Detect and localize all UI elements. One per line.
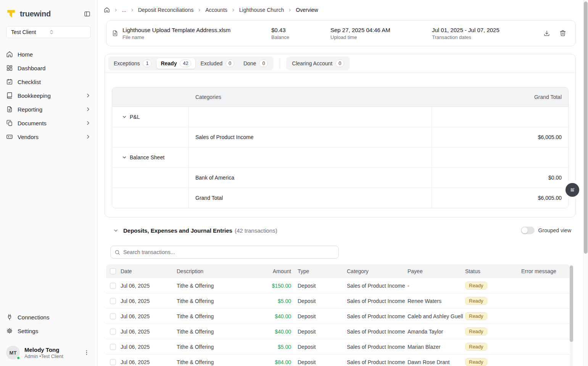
tx-date: Jul 06, 2025 [121,298,177,304]
download-button[interactable] [543,29,551,37]
upload-time-value: Sep 27, 2025 04:46 AM [330,27,390,33]
search-icon [114,249,120,255]
sidebar-item-home[interactable]: Home [3,47,94,61]
tx-date: Jul 06, 2025 [121,329,177,335]
column-amount: Amount [266,268,291,274]
chevron-down-icon[interactable] [113,228,119,233]
tx-type: Deposit [291,313,347,319]
tab-done[interactable]: Done 0 [239,58,272,69]
tx-payee: Marian Blazer [408,344,465,350]
grouped-view-label: Grouped view [538,227,571,233]
sidebar-item-documents[interactable]: Documents [3,116,94,130]
file-info-card: Lighthouse Upload Template Address.xlsm … [106,20,576,46]
sidebar-item-vendors[interactable]: Vendors [3,130,94,144]
breadcrumb-accounts[interactable]: Accounts [205,7,227,13]
sidebar-item-settings[interactable]: Settings [3,324,94,338]
column-description: Description [177,268,266,274]
sidebar-item-label: Reporting [18,106,85,113]
tab-divider [280,58,280,69]
balance-value: $0.43 [271,27,289,33]
transaction-row[interactable]: Jul 06, 2025 Tithe & Offering $5.00 Depo… [106,339,570,355]
tx-description: Tithe & Offering [177,313,266,319]
sidebar-item-label: Vendors [18,134,85,140]
floating-filter-button[interactable] [565,183,579,197]
status-badge: Ready [465,327,487,335]
sidebar-item-label: Documents [18,120,85,126]
user-profile[interactable]: MT Melody Tong Admin •Test Client [3,343,94,362]
home-breadcrumb-icon[interactable] [104,7,110,13]
column-status: Status [465,268,521,274]
filter-lines-icon [569,186,576,194]
status-badge: Ready [465,312,487,320]
chevron-right-icon [85,134,91,140]
transaction-row[interactable]: Jul 06, 2025 Tithe & Offering $150.00 De… [106,278,570,293]
panel-left-icon [84,11,90,17]
table-scrollbar-thumb[interactable] [570,266,573,342]
group-toggle-balance-sheet[interactable]: Balance Sheet [112,147,189,167]
dashboard-grid-icon [6,65,13,71]
summary-amount: $0.00 [432,175,568,181]
row-checkbox[interactable] [110,313,116,319]
page-scrollbar-thumb[interactable] [584,2,588,254]
breadcrumb: ... Deposit Reconciliations Accounts Lig… [104,6,318,14]
upload-time-block: Sep 27, 2025 04:46 AM Upload time [330,27,390,40]
transaction-row[interactable]: Jul 06, 2025 Tithe & Offering $84.00 Dep… [106,355,570,366]
breadcrumb-deposit-reconciliations[interactable]: Deposit Reconciliations [138,7,194,13]
row-checkbox[interactable] [110,359,116,365]
summary-category: Sales of Product Income [189,127,432,147]
tx-type: Deposit [291,298,347,304]
client-selector[interactable]: Test Client [6,26,91,38]
tab-excluded[interactable]: Excluded 0 [196,58,238,69]
column-payee: Payee [408,268,465,274]
transaction-row[interactable]: Jul 06, 2025 Tithe & Offering $40.00 Dep… [106,309,570,324]
sidebar-item-checklist[interactable]: Checklist [3,75,94,89]
row-checkbox[interactable] [110,298,116,304]
status-tab-group: Exceptions 1 Ready 42 Excluded 0 Done 0 [108,57,274,70]
sidebar-item-dashboard[interactable]: Dashboard [3,61,94,75]
banknote-icon [6,133,13,140]
section-transaction-count: (42 transactions) [235,227,521,234]
sidebar-collapse-button[interactable] [83,10,91,18]
group-toggle-pl[interactable]: P&L [112,107,189,127]
file-name-label: File name [122,34,230,40]
search-input[interactable] [123,249,335,255]
user-menu-button[interactable] [82,348,91,357]
row-checkbox[interactable] [110,329,116,335]
breadcrumb-lighthouse-church[interactable]: Lighthouse Church [239,7,284,13]
summary-grand-total-row: Grand Total $6,005.00 [112,188,568,208]
row-checkbox[interactable] [110,283,116,289]
balance-label: Balance [271,34,289,40]
plug-icon [6,314,13,321]
transaction-dates-block: Jul 01, 2025 - Jul 07, 2025 Transaction … [432,27,499,40]
tx-category: Sales of Product Income [347,298,408,304]
sidebar-item-reporting[interactable]: Reporting [3,102,94,116]
summary-table-header: Categories Grand Total [112,87,568,107]
tab-exceptions[interactable]: Exceptions 1 [110,58,156,69]
online-status-dot [16,356,20,360]
select-all-checkbox[interactable] [110,268,116,274]
breadcrumb-ellipsis[interactable]: ... [122,7,126,13]
row-checkbox[interactable] [110,344,116,350]
tx-date: Jul 06, 2025 [121,359,177,365]
delete-button[interactable] [559,29,567,37]
tab-label: Excluded [200,60,222,66]
tab-count-badge: 0 [226,60,234,67]
toggle-knob [522,227,528,233]
tx-category: Sales of Product Income [347,283,408,289]
sidebar-item-bookkeeping[interactable]: Bookkeeping [3,89,94,102]
transaction-row[interactable]: Jul 06, 2025 Tithe & Offering $40.00 Dep… [106,324,570,339]
tab-label: Done [243,60,256,66]
transaction-row[interactable]: Jul 06, 2025 Tithe & Offering $5.00 Depo… [106,293,570,309]
column-grand-total: Grand Total [432,94,568,100]
tx-payee: Dawn Rose Drant [408,359,465,365]
sidebar-nav: Home Dashboard Checklist Bookkeeping Rep… [3,47,94,144]
brand-name: truewind [20,10,83,18]
tab-ready[interactable]: Ready 42 [156,58,195,69]
sidebar-item-connections[interactable]: Connections [3,310,94,324]
table-scrollbar [570,265,573,366]
tab-clearing-account[interactable]: Clearing Account 0 [288,58,348,69]
breadcrumb-overview[interactable]: Overview [296,7,318,13]
file-icon [112,29,118,37]
tx-payee: Renee Waters [408,298,465,304]
grouped-view-toggle[interactable] [521,227,535,234]
